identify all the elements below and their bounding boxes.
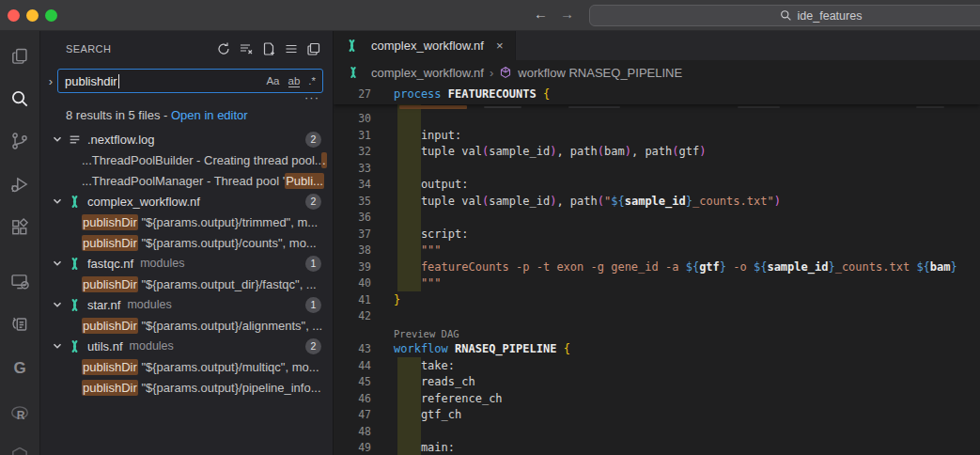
code-line[interactable]: 49 main: [334, 440, 980, 455]
search-match-row[interactable]: publishDir "${params.output}/alignments"… [40, 315, 333, 336]
forward-icon[interactable]: → [560, 6, 574, 22]
code-token: output: [394, 178, 468, 191]
line-number: 48 [334, 424, 371, 441]
code-token: ${ [916, 260, 929, 274]
search-file-row[interactable]: fastqc.nfmodules1 [40, 253, 333, 274]
code-line[interactable]: 37 script: [334, 227, 980, 243]
match-highlight: publishDir [82, 359, 138, 375]
toggle-replace-chevron-icon[interactable]: › [44, 74, 57, 88]
code-line[interactable]: 33 [334, 161, 980, 178]
code-line[interactable]: 40 """ [334, 275, 980, 292]
code-line[interactable]: 45 reads_ch [334, 374, 980, 391]
breadcrumb-file[interactable]: complex_workflow.nf [371, 66, 484, 80]
match-highlight: publishDir [82, 276, 138, 292]
code-line-text: output: [394, 177, 468, 194]
search-match-row[interactable]: publishDir "${params.output}/trimmed", m… [40, 212, 333, 232]
file-path-description: modules [140, 257, 184, 270]
close-tab-icon[interactable]: × [496, 39, 504, 53]
code-line[interactable]: 42 [334, 308, 980, 325]
search-file-row[interactable]: .nextflow.log2 [40, 129, 333, 149]
more-actions-button[interactable]: ··· [40, 93, 333, 105]
extensions-icon[interactable] [9, 217, 30, 238]
code-line[interactable]: 41} [334, 292, 980, 309]
result-count-badge: 2 [305, 338, 321, 354]
tab-complex-workflow[interactable]: complex_workflow.nf × [334, 31, 516, 60]
chevron-down-icon[interactable] [52, 133, 63, 145]
clear-results-icon[interactable] [239, 41, 254, 56]
match-case-toggle[interactable]: Aa [266, 75, 279, 86]
command-center-search[interactable]: ide_features [589, 5, 980, 26]
view-as-list-icon[interactable] [284, 41, 299, 56]
search-match-row[interactable]: publishDir "${params.output}/counts", mo… [40, 232, 333, 253]
breadcrumb-symbol[interactable]: workflow RNASEQ_PIPELINE [518, 66, 682, 80]
code-line[interactable]: 38 """ [334, 243, 980, 259]
codelens-preview-dag[interactable]: Preview DAG [334, 325, 980, 342]
code-line[interactable]: 46 reference_ch [334, 391, 980, 408]
search-file-row[interactable]: utils.nfmodules2 [40, 336, 333, 356]
line-number: 49 [334, 440, 371, 455]
back-icon[interactable]: ← [534, 6, 548, 22]
collapse-all-icon[interactable] [306, 41, 321, 56]
code-line[interactable]: 35 tuple val(sample_id), path("${sample_… [334, 194, 980, 211]
search-match-row[interactable]: ...ThreadPoolBuilder - Creating thread p… [40, 149, 333, 170]
code-token: main: [394, 441, 455, 454]
task-explorer-icon[interactable] [9, 314, 30, 335]
minimize-window-button[interactable] [26, 9, 39, 22]
search-match-row[interactable]: ...ThreadPoolManager - Thread pool 'Publ… [40, 170, 333, 191]
line-number: 35 [334, 194, 371, 211]
code-line[interactable]: 32 tuple val(sample_id), path(bam), path… [334, 144, 980, 161]
search-match-row[interactable]: publishDir "${params.output}/multiqc", m… [40, 356, 333, 377]
search-input[interactable]: publishdir Aa ab .* [57, 69, 323, 93]
search-view-icon[interactable] [9, 88, 30, 109]
line-number: 34 [334, 177, 371, 194]
code-editor[interactable]: 27 process FEATURECOUNTS { 3031 input:32… [334, 85, 980, 455]
regex-toggle[interactable]: .* [308, 75, 316, 86]
code-token: reads_ch [394, 375, 475, 388]
gitlens-icon[interactable]: G [9, 358, 30, 379]
match-context-text: "${params.output}/multiqc", mo... [138, 360, 319, 374]
code-line[interactable]: 31 input: [334, 128, 980, 145]
r-tools-icon[interactable]: R [9, 403, 30, 424]
code-line-text: input: [394, 128, 461, 145]
chevron-down-icon[interactable] [52, 258, 63, 269]
line-number: 31 [334, 128, 371, 145]
code-line-text: reads_ch [394, 374, 475, 391]
code-token: } [828, 260, 834, 274]
bottom-partial-icon[interactable] [9, 445, 30, 455]
search-file-row[interactable]: complex_workflow.nf2 [40, 191, 333, 212]
explorer-icon[interactable] [9, 46, 30, 67]
search-file-row[interactable]: star.nfmodules1 [40, 294, 333, 315]
code-token: ${ [754, 260, 767, 274]
code-line[interactable]: 39 featureCounts -p -t exon -g gene_id -… [334, 259, 980, 276]
code-token [537, 87, 543, 101]
code-line[interactable]: 44 take: [334, 358, 980, 375]
open-in-editor-link[interactable]: Open in editor [171, 108, 248, 122]
maximize-window-button[interactable] [45, 9, 57, 22]
code-line[interactable]: 34 output: [334, 177, 980, 194]
code-token: sample_id [489, 195, 550, 208]
remote-explorer-icon[interactable] [9, 272, 30, 292]
code-line[interactable]: 48 [334, 424, 980, 441]
whole-word-toggle[interactable]: ab [288, 75, 301, 87]
chevron-down-icon[interactable] [52, 340, 63, 352]
chevron-down-icon[interactable] [52, 299, 63, 310]
code-line[interactable]: 43workflow RNASEQ_PIPELINE { [334, 341, 980, 358]
code-line[interactable]: 47 gtf_ch [334, 407, 980, 424]
code-token: , path [556, 145, 597, 158]
refresh-icon[interactable] [216, 41, 231, 56]
run-and-debug-icon[interactable] [9, 174, 30, 195]
search-icon [780, 9, 792, 22]
result-count-badge: 1 [305, 256, 321, 272]
source-control-icon[interactable] [9, 131, 30, 151]
close-window-button[interactable] [8, 9, 20, 22]
panel-title: SEARCH [66, 43, 111, 55]
search-match-row[interactable]: publishDir "${params.output_dir}/fastqc"… [40, 274, 333, 294]
chevron-down-icon[interactable] [52, 196, 63, 207]
code-line-text: """ [394, 243, 442, 259]
code-line[interactable]: 30 [334, 111, 980, 128]
sticky-scroll-line[interactable]: 27 process FEATURECOUNTS { [334, 85, 980, 104]
code-line[interactable]: 36 [334, 210, 980, 227]
new-search-editor-icon[interactable] [261, 41, 276, 56]
search-match-row[interactable]: publishDir "${params.output}/pipeline_in… [40, 377, 333, 398]
code-token [442, 87, 448, 101]
